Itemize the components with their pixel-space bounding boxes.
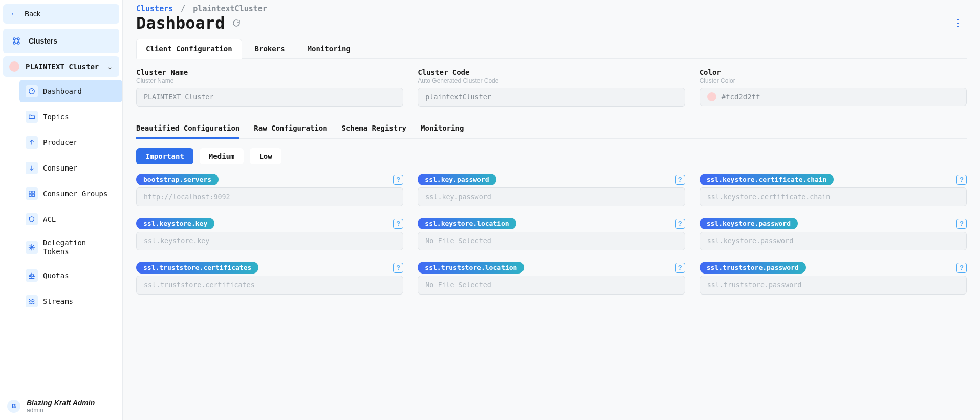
help-icon[interactable]: ? [956, 219, 967, 229]
sidebar-item-consumer-groups[interactable]: Consumer Groups [19, 182, 122, 205]
sidebar-subnav: Dashboard Topics Producer Consumer Consu… [0, 80, 122, 316]
tab-brokers[interactable]: Brokers [245, 39, 295, 58]
arrow-down-icon [26, 162, 38, 174]
field-cluster-name: Cluster Name Cluster Name [136, 68, 403, 107]
sidebar-item-dashboard[interactable]: Dashboard [19, 80, 122, 102]
color-input[interactable]: #fcd2d2ff [700, 88, 967, 106]
subtab-schema-registry[interactable]: Schema Registry [342, 119, 406, 138]
svg-rect-7 [29, 194, 31, 196]
priority-important[interactable]: Important [136, 148, 193, 164]
cluster-name-input[interactable] [136, 88, 403, 107]
field-color: Color Cluster Color #fcd2d2ff [700, 68, 967, 107]
config-key: ssl.keystore.key [136, 218, 214, 229]
breadcrumb-parent[interactable]: Clusters [136, 4, 173, 13]
subtab-beautified[interactable]: Beautified Configuration [136, 119, 239, 139]
help-icon[interactable]: ? [393, 263, 403, 273]
sidebar-item-label: ACL [43, 215, 56, 223]
help-icon[interactable]: ? [675, 219, 685, 229]
back-label: Back [25, 10, 40, 18]
field-label: Color [700, 68, 967, 76]
config-key: ssl.keystore.password [700, 218, 798, 229]
field-desc: Cluster Color [700, 77, 967, 85]
config-input[interactable] [700, 232, 967, 250]
config-key: ssl.keystore.certificate.chain [700, 174, 834, 185]
snowflake-icon [26, 241, 38, 254]
back-button[interactable]: ← Back [3, 4, 119, 24]
subtab-raw[interactable]: Raw Configuration [254, 119, 327, 138]
arrow-left-icon: ← [10, 9, 18, 18]
svg-rect-8 [32, 194, 34, 196]
config-item: ssl.keystore.certificate.chain? [700, 174, 967, 206]
field-cluster-code: Cluster Code Auto Generated Cluster Code [418, 68, 685, 107]
svg-point-1 [17, 38, 19, 40]
main-content: Clusters / plaintextCluster Dashboard ⋮ … [123, 0, 980, 420]
arrow-up-icon [26, 136, 38, 149]
clusters-icon [9, 34, 24, 48]
shield-icon [26, 213, 38, 225]
config-input[interactable] [418, 187, 685, 206]
config-key: bootstrap.servers [136, 174, 219, 185]
sidebar-clusters[interactable]: Clusters [3, 29, 119, 53]
field-label: Cluster Name [136, 68, 403, 76]
sidebar: ← Back Clusters PLAINTEXT Cluster ⌄ Dash… [0, 0, 123, 420]
sidebar-item-delegation-tokens[interactable]: Delegation Tokens [19, 234, 122, 261]
tab-client-configuration[interactable]: Client Configuration [136, 39, 242, 59]
priority-tabs: Important Medium Low [136, 148, 967, 164]
config-input[interactable] [418, 232, 685, 250]
sidebar-item-label: Dashboard [43, 87, 82, 95]
sidebar-clusters-label: Clusters [29, 37, 57, 45]
sidebar-item-label: Quotas [43, 271, 69, 280]
config-key: ssl.truststore.password [700, 262, 806, 274]
sidebar-user[interactable]: B Blazing Kraft Admin admin [0, 392, 122, 420]
sidebar-active-cluster[interactable]: PLAINTEXT Cluster ⌄ [3, 56, 119, 77]
help-icon[interactable]: ? [956, 175, 967, 185]
breadcrumb: Clusters / plaintextCluster [136, 4, 967, 13]
help-icon[interactable]: ? [956, 263, 967, 273]
sub-tabs: Beautified Configuration Raw Configurati… [136, 119, 967, 139]
config-key: ssl.truststore.location [418, 262, 524, 274]
avatar: B [7, 400, 20, 413]
sidebar-item-label: Producer [43, 138, 77, 146]
config-input[interactable] [700, 276, 967, 295]
sidebar-item-streams[interactable]: Streams [19, 290, 122, 312]
priority-medium[interactable]: Medium [200, 148, 244, 164]
streams-icon [26, 295, 38, 307]
help-icon[interactable]: ? [675, 263, 685, 273]
config-input[interactable] [136, 187, 403, 206]
dashboard-icon [26, 85, 38, 97]
config-item: ssl.keystore.location? [418, 218, 685, 250]
sidebar-item-label: Consumer Groups [43, 190, 107, 198]
sidebar-item-consumer[interactable]: Consumer [19, 157, 122, 179]
config-input[interactable] [136, 276, 403, 295]
field-desc: Cluster Name [136, 77, 403, 85]
scale-icon [26, 269, 38, 282]
sidebar-item-acl[interactable]: ACL [19, 208, 122, 230]
help-icon[interactable]: ? [675, 175, 685, 185]
sidebar-item-producer[interactable]: Producer [19, 131, 122, 154]
config-key: ssl.truststore.certificates [136, 262, 258, 274]
sidebar-item-label: Streams [43, 297, 73, 305]
active-cluster-name: PLAINTEXT Cluster [26, 62, 99, 71]
page-title: Dashboard [136, 13, 241, 33]
svg-point-0 [13, 38, 15, 40]
field-label: Cluster Code [418, 68, 685, 76]
cluster-color-dot [9, 61, 19, 72]
config-item: bootstrap.servers? [136, 174, 403, 206]
help-icon[interactable]: ? [393, 175, 403, 185]
config-input[interactable] [136, 232, 403, 250]
priority-low[interactable]: Low [250, 148, 281, 164]
grid-icon [26, 187, 38, 200]
cluster-code-input[interactable] [418, 88, 685, 107]
user-display-name: Blazing Kraft Admin [27, 398, 95, 407]
help-icon[interactable]: ? [393, 219, 403, 229]
config-input[interactable] [418, 276, 685, 295]
config-item: ssl.keystore.key? [136, 218, 403, 250]
config-input[interactable] [700, 187, 967, 206]
refresh-icon[interactable] [232, 18, 241, 28]
kebab-menu-icon[interactable]: ⋮ [950, 14, 967, 32]
sidebar-item-quotas[interactable]: Quotas [19, 264, 122, 287]
sidebar-item-topics[interactable]: Topics [19, 106, 122, 128]
tab-monitoring[interactable]: Monitoring [298, 39, 360, 58]
subtab-monitoring[interactable]: Monitoring [421, 119, 464, 138]
page-title-text: Dashboard [136, 13, 225, 33]
